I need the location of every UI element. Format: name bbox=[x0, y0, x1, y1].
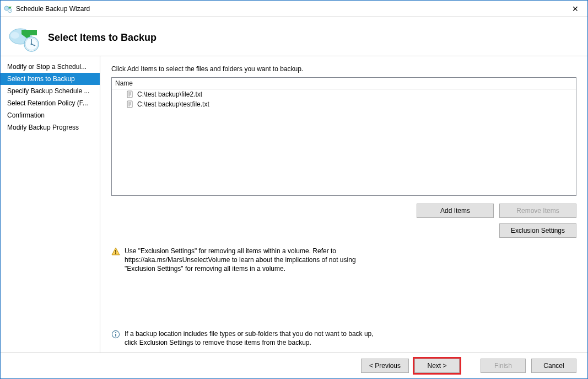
list-item[interactable]: C:\test backup\file2.txt bbox=[112, 89, 576, 99]
file-icon bbox=[126, 100, 134, 108]
svg-point-5 bbox=[10, 32, 19, 39]
svg-rect-16 bbox=[127, 101, 132, 108]
close-icon: ✕ bbox=[572, 5, 579, 13]
sidebar-item-select-items[interactable]: Select Items to Backup bbox=[1, 73, 100, 85]
previous-button[interactable]: < Previous bbox=[361, 359, 409, 373]
info-block: If a backup location includes file types… bbox=[111, 318, 576, 347]
list-item-label: C:\test backup\testfile.txt bbox=[137, 100, 209, 108]
header: Select Items to Backup bbox=[1, 17, 587, 56]
warning-text: Use "Exclusion Settings" for removing al… bbox=[125, 247, 378, 274]
window-title: Schedule Backup Wizard bbox=[16, 5, 90, 13]
wizard-icon bbox=[7, 22, 42, 53]
sidebar-item-modify-progress[interactable]: Modify Backup Progress bbox=[1, 121, 100, 134]
svg-point-10 bbox=[31, 44, 33, 45]
exclusion-settings-button[interactable]: Exclusion Settings bbox=[499, 223, 576, 238]
instruction-text: Click Add Items to select the files and … bbox=[111, 65, 576, 73]
svg-rect-22 bbox=[115, 253, 116, 254]
info-icon bbox=[111, 330, 120, 339]
app-icon bbox=[4, 4, 13, 13]
item-buttons-row2: Exclusion Settings bbox=[111, 223, 576, 238]
list-header-name: Name bbox=[112, 78, 576, 89]
list-item-label: C:\test backup\file2.txt bbox=[137, 90, 202, 98]
sidebar-item-specify-schedule[interactable]: Specify Backup Schedule ... bbox=[1, 85, 100, 97]
sidebar-item-modify-stop[interactable]: Modify or Stop a Schedul... bbox=[1, 61, 100, 73]
cancel-button[interactable]: Cancel bbox=[531, 359, 576, 373]
svg-rect-25 bbox=[115, 332, 116, 333]
add-items-button[interactable]: Add Items bbox=[417, 204, 494, 218]
item-buttons-row1: Add Items Remove Items bbox=[111, 204, 576, 218]
titlebar: Schedule Backup Wizard ✕ bbox=[1, 1, 587, 17]
finish-button: Finish bbox=[481, 359, 526, 373]
content: Click Add Items to select the files and … bbox=[100, 56, 587, 353]
close-button[interactable]: ✕ bbox=[563, 1, 587, 17]
page-title: Select Items to Backup bbox=[48, 32, 157, 44]
svg-rect-24 bbox=[115, 334, 116, 337]
sidebar: Modify or Stop a Schedul... Select Items… bbox=[1, 56, 100, 353]
list-item[interactable]: C:\test backup\testfile.txt bbox=[112, 99, 576, 109]
items-listbox[interactable]: Name C:\test backup\file2.txt bbox=[111, 77, 576, 196]
footer: < Previous Next > Finish Cancel bbox=[1, 353, 587, 378]
body: Modify or Stop a Schedul... Select Items… bbox=[1, 56, 587, 353]
next-button[interactable]: Next > bbox=[414, 359, 460, 373]
warning-icon bbox=[111, 247, 120, 256]
svg-rect-11 bbox=[127, 91, 132, 98]
svg-rect-21 bbox=[115, 250, 116, 253]
sidebar-item-retention-policy[interactable]: Select Retention Policy (F... bbox=[1, 97, 100, 109]
wizard-window: Schedule Backup Wizard ✕ Select Items to… bbox=[0, 0, 588, 379]
remove-items-button: Remove Items bbox=[499, 204, 576, 218]
sidebar-item-confirmation[interactable]: Confirmation bbox=[1, 109, 100, 121]
file-icon bbox=[126, 90, 134, 98]
warning-block: Use "Exclusion Settings" for removing al… bbox=[111, 247, 576, 274]
info-text: If a backup location includes file types… bbox=[125, 329, 378, 347]
